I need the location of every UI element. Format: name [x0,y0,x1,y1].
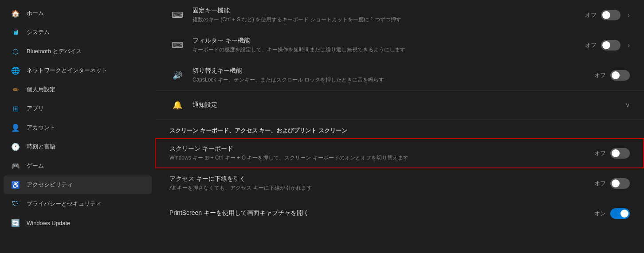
notification-icon: 🔔 [169,97,185,113]
sticky-keys-toggle-label: オフ [585,11,597,19]
settings-row-filter-keys[interactable]: ⌨フィルター キー機能キーボードの感度を設定して、キー操作を短時間または繰り返し… [155,30,644,60]
settings-row-toggle-keys[interactable]: 🔊切り替えキー機能CapsLock キー、テンキー、またはスクロール ロックを押… [155,60,644,90]
toggle-keys-icon: 🔊 [169,67,185,83]
sidebar-item-system[interactable]: 🖥システム [4,23,152,42]
filter-keys-toggle-label: オフ [585,41,597,49]
row-wrapper-sticky-keys: ⌨固定キー機能複数のキー (Ctrl + S など) を使用するキーボード ショ… [155,0,644,30]
notification-text: 通知設定 [192,101,623,109]
sidebar-label-time: 時刻と言語 [27,143,55,151]
filter-keys-text: フィルター キー機能キーボードの感度を設定して、キー操作を短時間または繰り返し無… [192,37,585,54]
toggle-off[interactable] [610,148,630,159]
sidebar-item-windows-update[interactable]: 🔄Windows Update [4,214,152,232]
sticky-keys-title: 固定キー機能 [192,7,585,15]
sidebar-label-accounts: アカウント [27,124,55,132]
filter-keys-subtitle: キーボードの感度を設定して、キー操作を短時間または繰り返し無視できるようにします [192,46,585,54]
time-icon: 🕐 [11,142,20,152]
printscreen-toggle-label: オン [594,210,606,218]
content-area: ⌨固定キー機能複数のキー (Ctrl + S など) を使用するキーボード ショ… [155,0,644,253]
sidebar-item-privacy[interactable]: 🛡プライバシーとセキュリティ [4,195,152,213]
notification-row[interactable]: 🔔通知設定∨ [155,90,644,120]
filter-keys-title: フィルター キー機能 [192,37,585,45]
sidebar-item-time[interactable]: 🕐時刻と言語 [4,137,152,156]
toggle-knob [612,71,620,79]
sidebar-label-personalization: 個人用設定 [27,86,55,93]
privacy-icon: 🛡 [11,199,20,209]
row-wrapper-screen-keyboard: スクリーン キーボードWindows キー ⊞ + Ctrl キー + O キー… [155,138,644,168]
toggle-knob [602,11,610,19]
sidebar-item-home[interactable]: 🏠ホーム [4,4,152,23]
toggle-off[interactable] [601,40,620,51]
home-icon: 🏠 [11,8,20,18]
toggle-keys-right: オフ [594,70,630,81]
sticky-keys-icon: ⌨ [169,7,185,23]
windows-update-icon: 🔄 [11,218,20,228]
settings-row-printscreen[interactable]: PrintScreen キーを使用して画面キャプチャを開くオン [155,199,644,229]
section-header: スクリーン キーボード、アクセス キー、およびプリント スクリーン [155,120,644,138]
screen-keyboard-right: オフ [594,148,630,159]
access-keys-subtitle: Alt キーを押さなくても、アクセス キーに下線が引かれます [169,184,594,192]
toggle-knob [612,179,620,187]
access-keys-toggle-label: オフ [594,179,606,187]
gaming-icon: 🎮 [11,161,20,171]
sticky-keys-subtitle: 複数のキー (Ctrl + S など) を使用するキーボード ショートカットを一… [192,16,585,23]
settings-row-sticky-keys[interactable]: ⌨固定キー機能複数のキー (Ctrl + S など) を使用するキーボード ショ… [155,0,644,30]
row-wrapper-toggle-keys: 🔊切り替えキー機能CapsLock キー、テンキー、またはスクロール ロックを押… [155,60,644,90]
sidebar-label-bluetooth: Bluetooth とデバイス [27,47,82,55]
sidebar-item-personalization[interactable]: ✏個人用設定 [4,80,152,99]
sidebar-label-system: システム [27,28,50,36]
toggle-knob [602,41,610,49]
toggle-off[interactable] [610,70,630,81]
notification-chevron: ∨ [625,101,630,109]
system-icon: 🖥 [11,27,20,37]
sidebar-label-home: ホーム [27,9,44,17]
sidebar-label-apps: アプリ [27,105,44,113]
toggle-keys-text: 切り替えキー機能CapsLock キー、テンキー、またはスクロール ロックを押し… [192,67,594,84]
sidebar-item-apps[interactable]: ⊞アプリ [4,99,152,118]
sidebar-label-accessibility: アクセシビリティ [27,181,73,189]
toggle-off[interactable] [601,10,620,20]
printscreen-title: PrintScreen キーを使用して画面キャプチャを開く [169,209,594,217]
toggle-keys-subtitle: CapsLock キー、テンキー、またはスクロール ロックを押したときに音を鳴ら… [192,76,594,84]
toggle-on[interactable] [610,208,630,219]
sticky-keys-text: 固定キー機能複数のキー (Ctrl + S など) を使用するキーボード ショー… [192,7,585,23]
apps-icon: ⊞ [11,104,20,113]
settings-row-screen-keyboard[interactable]: スクリーン キーボードWindows キー ⊞ + Ctrl キー + O キー… [155,138,644,168]
toggle-knob [620,210,628,218]
sticky-keys-chevron: › [628,12,630,19]
printscreen-right: オン [594,208,630,219]
screen-keyboard-text: スクリーン キーボードWindows キー ⊞ + Ctrl キー + O キー… [169,145,594,162]
toggle-off[interactable] [610,178,630,189]
toggle-keys-toggle-label: オフ [594,71,606,79]
sidebar-item-gaming[interactable]: 🎮ゲーム [4,156,152,175]
row-wrapper-printscreen: PrintScreen キーを使用して画面キャプチャを開くオン [155,199,644,229]
sidebar-item-bluetooth[interactable]: ⬡Bluetooth とデバイス [4,42,152,61]
row-wrapper-access-keys: アクセス キーに下線を引くAlt キーを押さなくても、アクセス キーに下線が引か… [155,168,644,199]
sidebar-label-network: ネットワークとインターネット [27,66,107,74]
toggle-knob [612,149,620,157]
bluetooth-icon: ⬡ [11,47,20,56]
filter-keys-icon: ⌨ [169,37,185,53]
access-keys-title: アクセス キーに下線を引く [169,175,594,183]
personalization-icon: ✏ [11,85,20,94]
network-icon: 🌐 [11,66,20,75]
access-keys-right: オフ [594,178,630,189]
sidebar-item-network[interactable]: 🌐ネットワークとインターネット [4,61,152,80]
settings-row-access-keys[interactable]: アクセス キーに下線を引くAlt キーを押さなくても、アクセス キーに下線が引か… [155,168,644,199]
filter-keys-right: オフ› [585,40,630,51]
screen-keyboard-toggle-label: オフ [594,149,606,157]
sidebar-item-accessibility[interactable]: ♿アクセシビリティ [4,175,152,194]
accessibility-icon: ♿ [11,180,20,190]
screen-keyboard-subtitle: Windows キー ⊞ + Ctrl キー + O キーを押して、スクリーン … [169,154,594,162]
filter-keys-chevron: › [628,42,630,49]
printscreen-text: PrintScreen キーを使用して画面キャプチャを開く [169,209,594,218]
sidebar-label-gaming: ゲーム [27,162,44,170]
toggle-keys-title: 切り替えキー機能 [192,67,594,75]
sidebar-item-accounts[interactable]: 👤アカウント [4,118,152,137]
row-wrapper-filter-keys: ⌨フィルター キー機能キーボードの感度を設定して、キー操作を短時間または繰り返し… [155,30,644,60]
sidebar-label-privacy: プライバシーとセキュリティ [27,200,102,208]
sticky-keys-right: オフ› [585,10,630,20]
accounts-icon: 👤 [11,123,20,132]
sidebar: 🏠ホーム🖥システム⬡Bluetooth とデバイス🌐ネットワークとインターネット… [0,0,155,253]
screen-keyboard-title: スクリーン キーボード [169,145,594,153]
sidebar-label-windows-update: Windows Update [27,220,70,226]
